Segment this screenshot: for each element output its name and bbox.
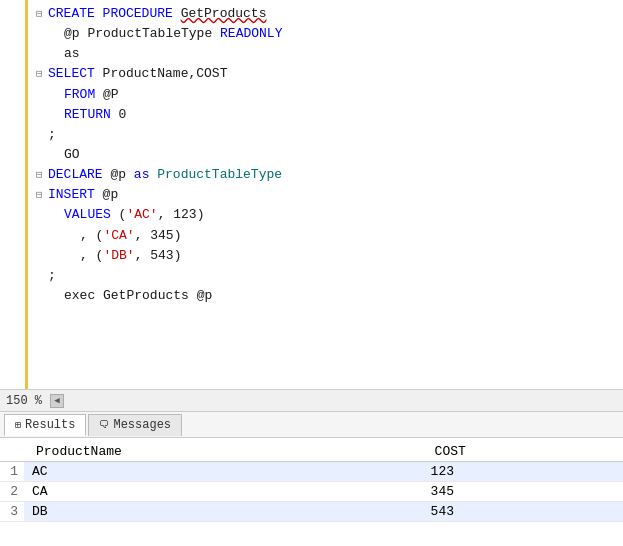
table-row: 3DB543 — [0, 502, 623, 522]
code-line: , ('DB', 543) — [36, 246, 623, 266]
gutter-line — [0, 220, 25, 244]
code-line: exec GetProducts @p — [36, 286, 623, 306]
collapse-marker[interactable]: ⊟ — [36, 167, 48, 184]
col-header: ProductName — [24, 442, 423, 462]
results-panel: ⊞Results🗨Messages ProductNameCOST 1AC123… — [0, 412, 623, 546]
gutter-line — [0, 124, 25, 148]
col-header: COST — [423, 442, 623, 462]
gutter-line — [0, 100, 25, 124]
code-line: GO — [36, 145, 623, 165]
code-line: ⊟SELECT ProductName,COST — [36, 64, 623, 84]
gutter-line — [0, 52, 25, 76]
status-bar: 150 % ◀ — [0, 390, 623, 412]
gutter-line — [0, 172, 25, 196]
code-line: ⊟DECLARE @p as ProductTableType — [36, 165, 623, 185]
gutter-line — [0, 148, 25, 172]
gutter-line — [0, 316, 25, 340]
gutter — [0, 0, 28, 389]
cell-productname: CA — [24, 482, 423, 502]
collapse-marker[interactable]: ⊟ — [36, 66, 48, 83]
col-header — [0, 442, 24, 462]
code-line: VALUES ('AC', 123) — [36, 205, 623, 225]
tab-label: Results — [25, 418, 75, 432]
tab-messages[interactable]: 🗨Messages — [88, 414, 182, 436]
gutter-line — [0, 244, 25, 268]
msg-icon: 🗨 — [99, 419, 109, 431]
code-line: ; — [36, 266, 623, 286]
cell-cost: 123 — [423, 462, 623, 482]
row-number: 3 — [0, 502, 24, 522]
collapse-marker[interactable]: ⊟ — [36, 187, 48, 204]
code-line: RETURN 0 — [36, 105, 623, 125]
gutter-line — [0, 28, 25, 52]
cell-productname: DB — [24, 502, 423, 522]
table-header: ProductNameCOST — [0, 442, 623, 462]
collapse-marker[interactable]: ⊟ — [36, 6, 48, 23]
code-lines: ⊟CREATE PROCEDURE GetProducts@p ProductT… — [28, 0, 623, 389]
table-row: 2CA345 — [0, 482, 623, 502]
table-body: 1AC1232CA3453DB543 — [0, 462, 623, 522]
code-line: , ('CA', 345) — [36, 226, 623, 246]
code-line: @p ProductTableType READONLY — [36, 24, 623, 44]
code-line: ⊟CREATE PROCEDURE GetProducts — [36, 4, 623, 24]
scroll-left-button[interactable]: ◀ — [50, 394, 64, 408]
code-line: FROM @P — [36, 85, 623, 105]
gutter-line — [0, 340, 25, 364]
zoom-level: 150 % — [6, 394, 44, 408]
tab-label: Messages — [113, 418, 171, 432]
results-table: ProductNameCOST 1AC1232CA3453DB543 — [0, 442, 623, 522]
gutter-line — [0, 4, 25, 28]
code-editor[interactable]: ⊟CREATE PROCEDURE GetProducts@p ProductT… — [0, 0, 623, 390]
gutter-line — [0, 196, 25, 220]
cell-cost: 345 — [423, 482, 623, 502]
grid-icon: ⊞ — [15, 419, 21, 431]
tab-bar: ⊞Results🗨Messages — [0, 412, 623, 438]
results-table-wrap[interactable]: ProductNameCOST 1AC1232CA3453DB543 — [0, 438, 623, 546]
code-line: ⊟INSERT @p — [36, 185, 623, 205]
gutter-line — [0, 292, 25, 316]
tab-results[interactable]: ⊞Results — [4, 414, 86, 436]
gutter-line — [0, 76, 25, 100]
cell-cost: 543 — [423, 502, 623, 522]
table-row: 1AC123 — [0, 462, 623, 482]
code-line: ; — [36, 125, 623, 145]
code-line: as — [36, 44, 623, 64]
row-number: 1 — [0, 462, 24, 482]
row-number: 2 — [0, 482, 24, 502]
gutter-line — [0, 268, 25, 292]
cell-productname: AC — [24, 462, 423, 482]
